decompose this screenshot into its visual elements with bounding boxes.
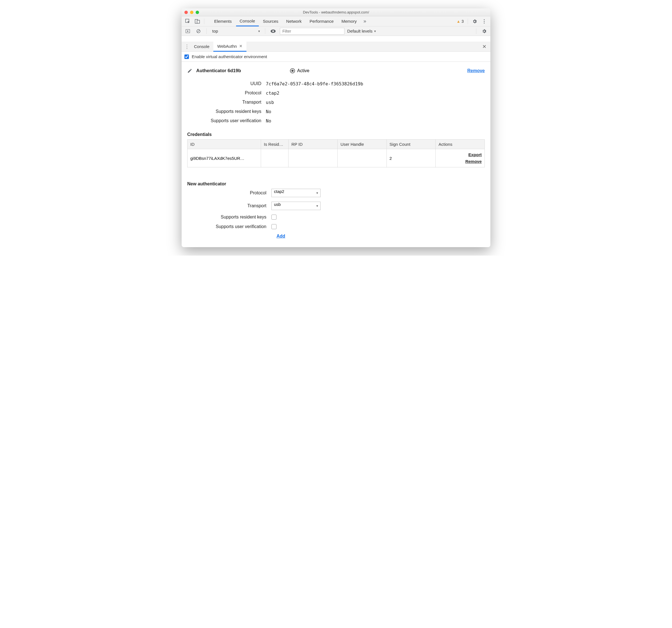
tab-sources[interactable]: Sources — [259, 16, 282, 26]
chevron-down-icon: ▾ — [316, 204, 318, 208]
protocol-label: Protocol — [187, 90, 266, 96]
radio-icon — [290, 68, 295, 73]
window-title: DevTools - webauthndemo.appspot.com/ — [182, 10, 490, 14]
new-transport-label: Transport — [187, 203, 271, 208]
main-toolbar: Elements Console Sources Network Perform… — [182, 16, 490, 26]
tab-network[interactable]: Network — [283, 16, 305, 26]
new-transport-select[interactable]: usb▾ — [271, 202, 320, 210]
add-authenticator-link[interactable]: Add — [277, 234, 285, 238]
new-auth-title: New authenticator — [187, 182, 485, 186]
drawer-tab-console[interactable]: Console — [190, 42, 213, 52]
close-tab-icon[interactable]: ✕ — [239, 44, 242, 48]
protocol-value: ctap2 — [266, 90, 485, 96]
edit-name-icon[interactable] — [187, 68, 192, 73]
console-subbar: top Default levels — [182, 26, 490, 36]
titlebar: DevTools - webauthndemo.appspot.com/ — [182, 8, 490, 16]
drawer-menu-icon[interactable]: ⋮ — [184, 44, 190, 50]
new-protocol-select[interactable]: ctap2▾ — [271, 189, 320, 197]
userver-label: Supports user verification — [187, 118, 266, 123]
svg-line-8 — [197, 30, 199, 32]
authenticator-title: Authenticator 6d19b — [196, 68, 241, 73]
levels-label: Default levels — [347, 29, 373, 33]
svg-rect-2 — [197, 20, 199, 23]
active-label: Active — [297, 68, 310, 73]
col-id[interactable]: ID — [188, 140, 261, 149]
col-signcount[interactable]: Sign Count — [386, 140, 436, 149]
warning-badge[interactable]: ▲ 3 — [455, 19, 465, 24]
uuid-value: 7cf6a7e2-0537-48c4-b9fe-f3653826d19b — [266, 81, 485, 87]
col-actions[interactable]: Actions — [436, 140, 485, 149]
filter-input[interactable] — [280, 28, 344, 34]
new-userver-checkbox[interactable] — [271, 224, 277, 229]
cell-actions: Export Remove — [436, 149, 485, 167]
uuid-label: UUID — [187, 81, 266, 87]
table-row: gi9DBsn77iLAXdK7es5UR… 2 Export Remove — [188, 149, 485, 167]
live-expression-icon[interactable] — [269, 27, 277, 35]
enable-label: Enable virtual authenticator environment — [192, 54, 267, 59]
active-radio[interactable]: Active — [290, 68, 310, 73]
new-resident-checkbox[interactable] — [271, 215, 277, 219]
warning-icon: ▲ — [456, 19, 460, 24]
clear-console-icon[interactable] — [194, 27, 202, 35]
resident-label: Supports resident keys — [187, 109, 266, 114]
resident-value: No — [266, 109, 485, 114]
userver-value: No — [266, 118, 485, 123]
drawer-tab-webauthn[interactable]: WebAuthn ✕ — [213, 42, 246, 52]
warning-count: 3 — [461, 19, 464, 24]
transport-label: Transport — [187, 100, 266, 105]
tab-elements[interactable]: Elements — [211, 16, 236, 26]
more-tabs-icon[interactable]: » — [361, 17, 369, 25]
new-userver-label: Supports user verification — [187, 224, 271, 229]
credentials-table: ID Is Resid… RP ID User Handle Sign Coun… — [187, 139, 485, 167]
svg-point-10 — [272, 30, 274, 32]
log-levels-select[interactable]: Default levels — [347, 29, 376, 33]
cell-userhandle — [337, 149, 386, 167]
remove-authenticator-link[interactable]: Remove — [467, 68, 485, 73]
context-value: top — [212, 29, 218, 33]
enable-virtual-auth-checkbox[interactable] — [185, 54, 189, 59]
kebab-menu-icon[interactable] — [480, 17, 488, 25]
cell-resident — [261, 149, 289, 167]
tab-performance[interactable]: Performance — [306, 16, 337, 26]
tab-console[interactable]: Console — [236, 16, 259, 26]
export-credential-link[interactable]: Export — [438, 152, 482, 158]
device-mode-icon[interactable] — [193, 17, 201, 25]
enable-row: Enable virtual authenticator environment — [182, 52, 490, 62]
settings-icon[interactable] — [471, 17, 479, 25]
cell-id: gi9DBsn77iLAXdK7es5UR… — [188, 149, 261, 167]
transport-value: usb — [266, 100, 485, 105]
col-userhandle[interactable]: User Handle — [337, 140, 386, 149]
svg-point-5 — [484, 22, 484, 23]
tab-memory[interactable]: Memory — [338, 16, 360, 26]
chevron-down-icon: ▾ — [316, 191, 318, 195]
new-protocol-label: Protocol — [187, 190, 271, 195]
remove-credential-link[interactable]: Remove — [438, 158, 482, 165]
credentials-title: Credentials — [187, 132, 485, 137]
sidebar-toggle-icon[interactable] — [184, 27, 192, 35]
svg-point-4 — [484, 21, 484, 22]
console-settings-icon[interactable] — [480, 27, 488, 35]
drawer-header: ⋮ Console WebAuthn ✕ ✕ — [182, 42, 490, 52]
context-select[interactable]: top — [211, 27, 261, 35]
col-rpid[interactable]: RP ID — [289, 140, 338, 149]
panel-tabs: Elements Console Sources Network Perform… — [211, 16, 454, 26]
cell-rpid — [289, 149, 338, 167]
close-drawer-icon[interactable]: ✕ — [482, 44, 486, 50]
new-resident-label: Supports resident keys — [187, 215, 271, 219]
inspect-icon[interactable] — [184, 17, 192, 25]
cell-signcount: 2 — [386, 149, 436, 167]
col-resident[interactable]: Is Resid… — [261, 140, 289, 149]
svg-point-3 — [484, 19, 484, 20]
